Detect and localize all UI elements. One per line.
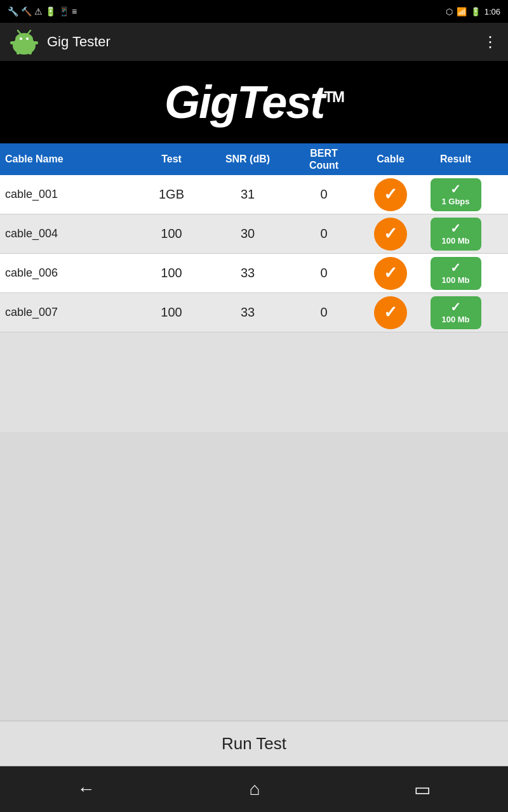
table-body: cable_001 1GB 31 0 ✓ ✓ 1 Gbps cable_004 … [0,175,508,432]
menu-icon: ≡ [72,6,77,16]
status-bar: 🔧 🔨 ⚠ 🔋 📱 ≡ ⬡ 📶 🔋 1:06 [0,0,508,23]
col-header-bert-count: BERTCount [289,145,359,174]
col-header-cable: Cable [359,150,422,167]
app-title: Gig Tester [47,34,483,50]
svg-point-2 [15,33,33,46]
col-header-snr: SNR (dB) [206,150,289,167]
clock: 1:06 [485,7,500,16]
cell-result: ✓ 1 Gbps [422,178,489,211]
home-button[interactable]: ⌂ [250,779,260,799]
status-icons-left: 🔧 🔨 ⚠ 🔋 📱 ≡ [8,6,77,16]
cable-check-badge: ✓ [374,178,407,211]
battery-icon: 🔋 [45,6,56,16]
result-label: 1 Gbps [441,197,469,207]
nav-bar: ← ⌂ ▭ [0,766,508,812]
col-header-test: Test [137,150,206,167]
svg-rect-8 [29,48,32,55]
cell-test: 1GB [137,187,206,202]
cell-cable-check: ✓ [359,218,422,251]
table-row[interactable]: cable_004 100 30 0 ✓ ✓ 100 Mb [0,214,508,254]
bluetooth-icon: ⬡ [446,7,453,16]
cell-cable-check: ✓ [359,296,422,329]
table-container: Cable Name Test SNR (dB) BERTCount Cable… [0,143,508,432]
svg-point-4 [26,37,29,40]
cell-cable-name: cable_001 [0,188,137,201]
cell-cable-name: cable_004 [0,227,137,240]
recents-button[interactable]: ▭ [414,779,431,800]
result-badge: ✓ 100 Mb [431,296,481,329]
app-logo [10,28,38,56]
col-header-result: Result [422,150,489,167]
cable-check-badge: ✓ [374,296,407,329]
table-row[interactable]: cable_006 100 33 0 ✓ ✓ 100 Mb [0,254,508,293]
result-label: 100 Mb [441,315,469,325]
cell-result: ✓ 100 Mb [422,296,489,329]
cell-cable-check: ✓ [359,257,422,290]
cell-bert-count: 0 [289,226,359,241]
back-button[interactable]: ← [77,779,95,799]
result-checkmark-icon: ✓ [450,261,461,274]
cell-result: ✓ 100 Mb [422,218,489,251]
wrench-icon: 🔨 [21,6,32,16]
result-badge: ✓ 1 Gbps [431,178,481,211]
cell-cable-check: ✓ [359,178,422,211]
cell-result: ✓ 100 Mb [422,257,489,290]
svg-rect-10 [33,41,38,44]
empty-area [0,432,508,721]
cell-snr: 31 [206,187,289,202]
checkmark-icon: ✓ [384,224,398,244]
result-label: 100 Mb [441,236,469,246]
checkmark-icon: ✓ [384,185,398,204]
table-header: Cable Name Test SNR (dB) BERTCount Cable… [0,143,508,175]
cell-test: 100 [137,305,206,320]
result-checkmark-icon: ✓ [450,222,461,235]
cell-bert-count: 0 [289,305,359,320]
status-icons-right: ⬡ 📶 🔋 1:06 [446,7,500,16]
phone-icon: 📱 [58,6,69,16]
tool-icon: 🔧 [8,6,18,16]
cell-cable-name: cable_007 [0,306,137,319]
app-bar: Gig Tester ⋮ [0,23,508,61]
banner: GigTestTM [0,61,508,143]
cell-snr: 30 [206,226,289,241]
cell-cable-name: cable_006 [0,266,137,280]
cell-test: 100 [137,266,206,280]
result-checkmark-icon: ✓ [450,183,461,195]
cell-bert-count: 0 [289,266,359,280]
table-row[interactable]: cable_001 1GB 31 0 ✓ ✓ 1 Gbps [0,175,508,214]
svg-line-5 [18,30,20,34]
result-badge: ✓ 100 Mb [431,218,481,251]
cell-snr: 33 [206,266,289,280]
result-badge: ✓ 100 Mb [431,257,481,290]
cell-test: 100 [137,226,206,241]
col-header-cable-name: Cable Name [0,150,137,167]
svg-rect-7 [17,48,20,55]
table-row[interactable]: cable_007 100 33 0 ✓ ✓ 100 Mb [0,293,508,332]
overflow-menu-icon[interactable]: ⋮ [483,33,498,51]
svg-line-6 [28,30,30,34]
cell-bert-count: 0 [289,187,359,202]
svg-point-3 [20,37,22,40]
result-checkmark-icon: ✓ [450,301,461,313]
cable-check-badge: ✓ [374,257,407,290]
warning-icon: ⚠ [34,6,43,16]
battery-status-icon: 🔋 [471,7,481,16]
checkmark-icon: ✓ [384,303,398,322]
wifi-icon: 📶 [457,7,467,16]
svg-rect-9 [10,41,15,44]
cell-snr: 33 [206,305,289,320]
result-label: 100 Mb [441,275,469,285]
checkmark-icon: ✓ [384,263,398,283]
run-test-button[interactable]: Run Test [0,721,508,766]
trademark-symbol: TM [324,88,344,105]
cable-check-badge: ✓ [374,218,407,251]
run-test-label: Run Test [222,734,286,754]
banner-text: GigTestTM [164,79,344,125]
